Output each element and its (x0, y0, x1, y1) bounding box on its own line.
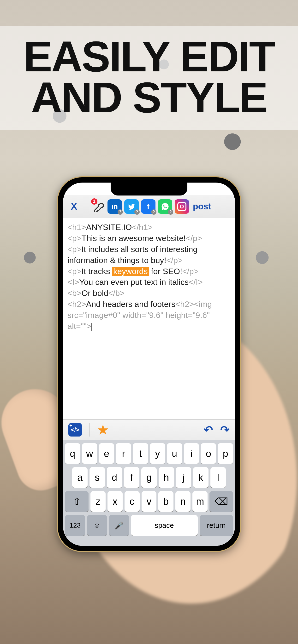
close-tag: </p> (166, 256, 183, 265)
status-unknown-icon: ? (134, 210, 140, 215)
post-button[interactable]: post (193, 202, 211, 212)
editor-line: <h1>ANYSITE.IO</h1> (67, 222, 231, 233)
key-g[interactable]: g (141, 467, 157, 488)
close-button[interactable]: X (67, 201, 81, 212)
keyboard-row-inner: zxcvbnm (90, 491, 208, 512)
open-tag: <p> (67, 234, 82, 243)
headline-line-1: EASILY EDIT (0, 36, 298, 77)
keyboard-row: ⇧ zxcvbnm ⌫ (65, 491, 233, 512)
editor-line: <p>This is an awesome website!</p> (67, 233, 231, 244)
key-y[interactable]: y (150, 443, 165, 464)
key-v[interactable]: v (141, 491, 157, 512)
insert-tag-button[interactable]: </> (68, 423, 82, 436)
ios-keyboard: qwertyuiop asdfghjkl ⇧ zxcvbnm ⌫ 123 ☺ 🎤… (63, 440, 235, 546)
close-tag: </I> (189, 278, 203, 286)
whatsapp-icon[interactable]: ? (158, 199, 172, 214)
open-tag: <p> (67, 267, 82, 276)
status-unknown-icon: ? (168, 210, 173, 215)
key-x[interactable]: x (107, 491, 123, 512)
key-icon-wrap[interactable]: 1 (93, 200, 105, 213)
editor-line: <h2>And headers and footers<h2><img src=… (67, 299, 231, 332)
editor-line: <p>It tracks keywords for SEO!</p> (67, 266, 231, 277)
key-h[interactable]: h (159, 467, 174, 488)
keyboard-row: asdfghjkl (65, 467, 233, 488)
phone-notch (111, 182, 187, 196)
key-k[interactable]: k (193, 467, 209, 488)
instagram-icon[interactable] (175, 199, 189, 214)
key-d[interactable]: d (107, 467, 122, 488)
key-t[interactable]: t (133, 443, 148, 464)
linkedin-icon[interactable]: in? (107, 199, 122, 214)
editor-line: <p>It includes all sorts of interesting … (67, 244, 231, 266)
editor-line: <I>You can even put text in italics</I> (67, 277, 231, 288)
editor-text: This is an awesome website! (82, 234, 186, 243)
shift-key[interactable]: ⇧ (65, 491, 89, 512)
twitter-icon[interactable]: ? (124, 199, 139, 214)
editor-text: ANYSITE.IO (86, 222, 132, 232)
notification-badge: 1 (91, 198, 97, 204)
key-s[interactable]: s (89, 467, 105, 488)
editor-line: <b>Or bold</b> (67, 288, 231, 299)
html-editor[interactable]: <h1>ANYSITE.IO</h1> <p>This is an awesom… (63, 218, 235, 419)
svg-point-0 (101, 203, 102, 204)
facebook-icon[interactable]: f? (141, 199, 156, 214)
key-i[interactable]: i (184, 443, 199, 464)
close-tag: </p> (186, 234, 202, 243)
key-q[interactable]: q (65, 443, 80, 464)
editor-topbar: X 1 in? ? f? ? post (63, 195, 235, 218)
key-z[interactable]: z (90, 491, 106, 512)
emoji-key[interactable]: ☺ (87, 515, 107, 536)
editor-text: And headers and footers (86, 300, 175, 308)
backspace-key[interactable]: ⌫ (209, 491, 233, 512)
space-key[interactable]: space (131, 515, 198, 536)
key-a[interactable]: a (72, 467, 88, 488)
code-icon: </> (71, 426, 79, 433)
key-e[interactable]: e (99, 443, 114, 464)
open-tag: <h1> (67, 222, 86, 232)
key-l[interactable]: l (210, 467, 226, 488)
close-tag: <h2> (175, 300, 194, 308)
open-tag: <b> (67, 288, 82, 298)
open-tag: <p> (67, 244, 82, 254)
mic-key[interactable]: 🎤 (109, 515, 129, 536)
numbers-key[interactable]: 123 (65, 515, 85, 536)
key-o[interactable]: o (201, 443, 216, 464)
divider (89, 423, 89, 436)
editor-text: Or bold (82, 288, 108, 298)
keyboard-row: qwertyuiop (65, 443, 233, 464)
key-w[interactable]: w (82, 443, 97, 464)
return-key[interactable]: return (200, 515, 233, 536)
close-tag: </b> (108, 288, 124, 298)
star-icon[interactable]: ★ (97, 423, 109, 437)
keyboard-accessory-bar: </> ★ ↶ ↷ (63, 419, 235, 440)
key-f[interactable]: f (124, 467, 139, 488)
key-c[interactable]: c (124, 491, 140, 512)
status-unknown-icon: ? (117, 210, 123, 215)
key-n[interactable]: n (175, 491, 191, 512)
undo-button[interactable]: ↶ (204, 423, 213, 436)
key-m[interactable]: m (192, 491, 208, 512)
redo-button[interactable]: ↷ (220, 423, 230, 436)
status-unknown-icon: ? (151, 210, 157, 215)
phone-device-frame: X 1 in? ? f? ? post (58, 177, 240, 551)
keyword-highlight: keywords (112, 267, 149, 276)
key-r[interactable]: r (116, 443, 131, 464)
editor-text: It tracks (82, 267, 112, 276)
open-tag: <h2> (67, 300, 86, 308)
phone-screen: X 1 in? ? f? ? post (63, 182, 235, 546)
close-tag: </h1> (132, 222, 153, 232)
editor-text: You can even put text in italics (79, 278, 189, 286)
key-j[interactable]: j (176, 467, 191, 488)
editor-text: for SEO! (149, 267, 182, 276)
marketing-headline: EASILY EDIT AND STYLE (0, 26, 298, 130)
headline-line-2: AND STYLE (0, 77, 298, 118)
keyboard-row: 123 ☺ 🎤 space return (65, 515, 233, 536)
key-p[interactable]: p (218, 443, 233, 464)
text-cursor (91, 323, 92, 331)
open-tag: <I> (67, 278, 79, 286)
key-u[interactable]: u (167, 443, 182, 464)
close-tag: </p> (182, 267, 199, 276)
key-b[interactable]: b (158, 491, 174, 512)
